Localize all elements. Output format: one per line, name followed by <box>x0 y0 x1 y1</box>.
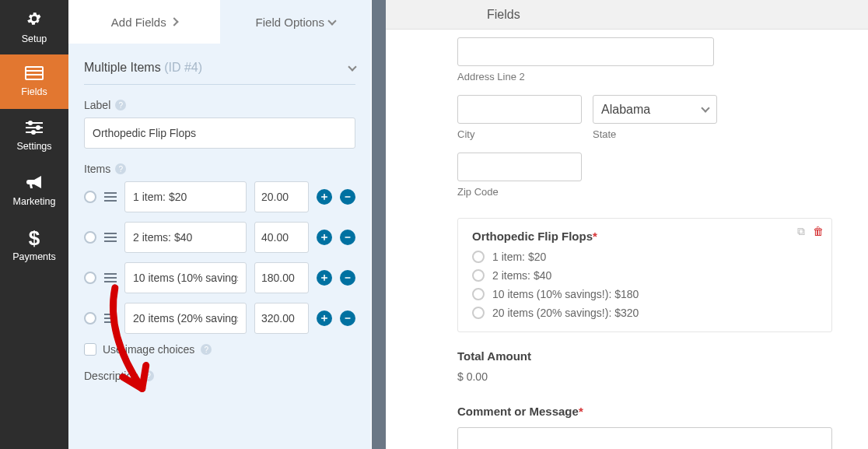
remove-item-button[interactable]: － <box>340 310 355 326</box>
nav-settings[interactable]: Settings <box>0 109 68 163</box>
left-nav: Setup Fields Settings Marketing $ Paymen… <box>0 0 68 449</box>
field-options-panel: Add Fields Field Options Multiple Items … <box>68 0 372 449</box>
state-value: Alabama <box>601 103 650 117</box>
nav-label: Fields <box>21 86 47 97</box>
total-amount-label: Total Amount <box>457 349 832 363</box>
zip-input[interactable] <box>457 153 582 181</box>
drag-handle-icon[interactable] <box>104 233 117 242</box>
page-title: Fields <box>487 8 520 22</box>
city-label: City <box>457 128 582 140</box>
option-label: 1 item: $20 <box>492 251 546 263</box>
remove-item-button[interactable]: － <box>340 270 355 286</box>
default-radio[interactable] <box>84 231 96 244</box>
panel-title: Multiple Items <box>84 61 161 74</box>
address-line-2-input[interactable] <box>457 37 714 66</box>
option-label: 2 items: $40 <box>492 269 551 282</box>
description-heading: Description <box>84 370 138 382</box>
drag-handle-icon[interactable] <box>104 192 117 202</box>
add-item-button[interactable]: ＋ <box>317 270 332 286</box>
tab-field-options[interactable]: Field Options <box>220 0 372 44</box>
item-price-input[interactable] <box>254 222 309 253</box>
nav-label: Setup <box>22 33 47 44</box>
item-row: ＋ － <box>84 181 355 212</box>
image-choices-label: Use image choices <box>103 343 194 356</box>
panel-header[interactable]: Multiple Items (ID #4) <box>84 44 355 84</box>
bullhorn-icon <box>26 174 43 193</box>
delete-icon[interactable]: 🗑 <box>813 225 824 238</box>
default-radio[interactable] <box>84 272 96 284</box>
help-icon[interactable]: ? <box>143 370 154 381</box>
add-item-button[interactable]: ＋ <box>317 189 332 205</box>
option-radio[interactable] <box>472 251 485 263</box>
item-name-input[interactable] <box>124 222 247 253</box>
state-label: State <box>593 128 717 140</box>
panel-splitter[interactable] <box>372 0 386 449</box>
required-marker: * <box>593 230 597 243</box>
help-icon[interactable]: ? <box>201 344 212 355</box>
city-input[interactable] <box>457 95 582 124</box>
form-preview: Address Line 2 City Alabama State <box>386 30 868 449</box>
option-label: 10 items (10% savings!): $180 <box>492 288 639 300</box>
sliders-icon <box>26 121 43 138</box>
nav-fields[interactable]: Fields <box>0 54 68 109</box>
image-choices-checkbox[interactable] <box>84 343 96 356</box>
nav-label: Payments <box>12 251 56 262</box>
add-item-button[interactable]: ＋ <box>317 310 332 326</box>
tab-label: Add Fields <box>111 16 166 29</box>
default-radio[interactable] <box>84 191 96 203</box>
preview-field-block[interactable]: ⧉ 🗑 Orthopedic Flip Flops* 1 item: $20 2… <box>457 218 832 332</box>
fields-icon <box>25 66 44 83</box>
panel-id: (ID #4) <box>164 61 202 74</box>
chevron-down-icon <box>348 62 356 71</box>
svg-rect-0 <box>26 67 43 79</box>
items-heading: Items <box>84 163 110 175</box>
svg-point-8 <box>32 131 35 134</box>
help-icon[interactable]: ? <box>115 163 126 174</box>
comment-label: Comment or Message <box>457 405 579 418</box>
nav-setup[interactable]: Setup <box>0 0 68 54</box>
comment-textarea[interactable] <box>457 427 832 449</box>
zip-label: Zip Code <box>457 186 582 198</box>
dollar-icon: $ <box>29 228 40 248</box>
chevron-down-icon <box>327 16 336 25</box>
chevron-right-icon <box>170 17 178 26</box>
item-row: ＋ － <box>84 303 355 334</box>
item-name-input[interactable] <box>124 303 247 334</box>
item-row: ＋ － <box>84 222 355 253</box>
nav-marketing[interactable]: Marketing <box>0 163 68 218</box>
nav-payments[interactable]: $ Payments <box>0 218 68 272</box>
item-price-input[interactable] <box>254 262 309 293</box>
label-heading: Label <box>84 99 110 111</box>
item-row: ＋ － <box>84 262 355 293</box>
top-bar: Fields <box>386 0 868 30</box>
option-radio[interactable] <box>472 288 485 300</box>
field-title: Orthopedic Flip Flops <box>472 230 593 243</box>
svg-point-4 <box>29 121 32 125</box>
option-radio[interactable] <box>472 269 485 282</box>
default-radio[interactable] <box>84 312 96 324</box>
gear-icon <box>26 10 43 30</box>
item-price-input[interactable] <box>254 181 309 212</box>
required-marker: * <box>579 405 583 418</box>
svg-point-6 <box>37 126 40 129</box>
drag-handle-icon[interactable] <box>104 314 117 323</box>
tab-add-fields[interactable]: Add Fields <box>68 0 220 44</box>
nav-label: Marketing <box>13 196 56 207</box>
help-icon[interactable]: ? <box>115 100 126 110</box>
add-item-button[interactable]: ＋ <box>317 230 332 245</box>
item-name-input[interactable] <box>124 262 247 293</box>
item-price-input[interactable] <box>254 303 309 334</box>
drag-handle-icon[interactable] <box>104 273 117 282</box>
remove-item-button[interactable]: － <box>340 189 355 205</box>
option-radio[interactable] <box>472 307 485 319</box>
nav-label: Settings <box>16 141 51 152</box>
tab-label: Field Options <box>256 16 324 29</box>
label-input[interactable] <box>84 118 355 149</box>
item-name-input[interactable] <box>124 181 247 212</box>
total-amount-value: $ 0.00 <box>457 370 832 383</box>
state-select[interactable]: Alabama <box>593 95 717 124</box>
option-label: 20 items (20% savings!): $320 <box>492 307 639 319</box>
address-line-2-label: Address Line 2 <box>457 71 714 82</box>
remove-item-button[interactable]: － <box>340 230 355 245</box>
duplicate-icon[interactable]: ⧉ <box>797 225 805 238</box>
